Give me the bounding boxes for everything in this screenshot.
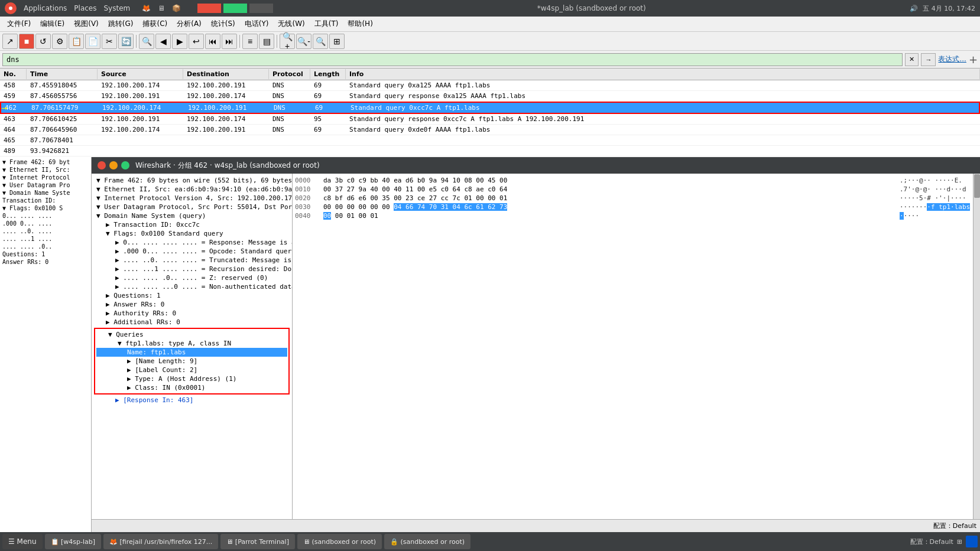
col-header-info[interactable]: Info (346, 69, 980, 79)
menu-item-帮助(H)[interactable]: 帮助(H) (343, 18, 377, 30)
detail-scrollbar[interactable] (973, 174, 980, 519)
taskbar-item[interactable]: 📋 [w4sp-lab] (45, 534, 102, 549)
filter-expr-label[interactable]: 表达式... (938, 54, 966, 64)
detail-tree-item[interactable]: Name: ftp1.labs (96, 348, 287, 357)
taskbar-blue-btn[interactable] (966, 536, 978, 547)
applications-menu[interactable]: Applications (24, 4, 67, 12)
detail-tree-item[interactable]: ▼ Internet Protocol Version 4, Src: 192.… (94, 194, 290, 203)
detail-tree-item[interactable]: ▶ .... .... ...0 .... = Non-authenticate… (94, 282, 290, 291)
detail-tree[interactable]: ▼ Frame 462: 69 bytes on wire (552 bits)… (92, 174, 293, 519)
toolbar-btn-zoom100[interactable]: 🔍 (313, 34, 328, 49)
menu-item-分析(A)[interactable]: 分析(A) (172, 18, 206, 30)
toolbar-btn-copy[interactable]: 📋 (69, 34, 84, 49)
detail-tree-item[interactable]: ▶ Authority RRs: 0 (94, 309, 290, 318)
detail-tree-item[interactable]: ▼ ftp1.labs: type A, class IN (96, 339, 287, 348)
toolbar-btn-list[interactable]: ≡ (242, 34, 258, 49)
detail-tree-item[interactable]: ▶ 0... .... .... .... = Response: Messag… (94, 238, 290, 247)
tree-item[interactable]: .... ...1 .... (1, 235, 90, 243)
popup-close-btn[interactable] (98, 161, 106, 169)
table-row[interactable]: 45987.456055756192.100.200.191192.100.20… (0, 91, 980, 102)
firefox-icon[interactable]: 🦊 (142, 4, 151, 12)
places-menu[interactable]: Places (74, 4, 96, 12)
menu-item-编辑(E)[interactable]: 编辑(E) (35, 18, 69, 30)
detail-tree-item[interactable]: ▼ Queries (96, 330, 287, 339)
filter-add-icon[interactable]: + (969, 53, 978, 66)
toolbar-btn-resize[interactable]: ⊞ (329, 34, 345, 49)
menu-item-无线(W)[interactable]: 无线(W) (273, 18, 309, 30)
toolbar-btn-next[interactable]: ▶ (172, 34, 187, 49)
tree-item[interactable]: 0... .... .... (1, 212, 90, 220)
filter-clear-btn[interactable]: ✕ (905, 53, 919, 66)
menu-item-工具(T)[interactable]: 工具(T) (310, 18, 343, 30)
detail-tree-item[interactable]: ▶ [Name Length: 9] (96, 357, 287, 366)
toolbar-btn-last[interactable]: ⏭ (222, 34, 237, 49)
detail-tree-item[interactable]: ▼ Flags: 0x0100 Standard query (94, 229, 290, 238)
detail-tree-item[interactable]: ▶ .000 0... .... .... = Opcode: Standard… (94, 247, 290, 256)
table-row[interactable]: 45887.455918045192.100.200.174192.100.20… (0, 80, 980, 91)
tree-item[interactable]: Flags: 0x0100 S (1, 204, 90, 212)
table-row[interactable]: 48993.9426821 (0, 146, 980, 157)
table-row[interactable]: 46487.706645960192.100.200.174192.100.20… (0, 125, 980, 135)
taskbar-grid-icon[interactable]: ⊞ (957, 538, 962, 546)
col-header-destination[interactable]: Destination (183, 69, 269, 79)
tree-item[interactable]: .000 0... .... (1, 220, 90, 227)
app-extra-icon[interactable]: 📦 (172, 4, 181, 12)
taskbar-item[interactable]: 🖥 (sandboxed or root) (297, 534, 382, 549)
detail-tree-item[interactable]: ▶ Answer RRs: 0 (94, 300, 290, 309)
detail-tree-item[interactable]: ▶ Questions: 1 (94, 291, 290, 300)
system-menu[interactable]: System (103, 4, 130, 12)
toolbar-btn-find[interactable]: ✂ (102, 34, 117, 49)
toolbar-btn-zoomout[interactable]: 🔍- (296, 34, 311, 49)
detail-tree-item[interactable]: ▶ .... ..0. .... .... = Truncated: Messa… (94, 256, 290, 265)
filter-apply-btn[interactable]: → (921, 53, 936, 66)
table-row[interactable]: 46587.70678401 (0, 135, 980, 146)
taskbar-item[interactable]: 🖥 [Parrot Terminal] (220, 534, 295, 549)
detail-tree-item[interactable]: ▶ [Label Count: 2] (96, 366, 287, 374)
toolbar-btn-refresh[interactable]: 🔄 (118, 34, 134, 49)
toolbar-btn-paste[interactable]: 📄 (85, 34, 100, 49)
tree-item[interactable]: .... ..0. .... (1, 227, 90, 235)
menu-item-文件(F)[interactable]: 文件(F) (2, 18, 35, 30)
toolbar-btn-stop[interactable]: ■ (19, 34, 34, 49)
menu-item-跳转(G)[interactable]: 跳转(G) (103, 18, 138, 30)
tree-item[interactable]: Questions: 1 (1, 250, 90, 258)
detail-tree-item[interactable]: ▶ Type: A (Host Address) (1) (96, 374, 287, 383)
tree-item[interactable]: Answer RRs: 0 (1, 258, 90, 266)
table-row[interactable]: 46287.706157479192.100.200.174192.100.20… (0, 102, 980, 114)
detail-tree-item[interactable]: ▶ Transaction ID: 0xcc7c (94, 220, 290, 229)
detail-tree-item[interactable]: ▼ User Datagram Protocol, Src Port: 5501… (94, 203, 290, 211)
detail-tree-item[interactable]: ▶ Additional RRs: 0 (94, 318, 290, 327)
taskbar-menu-btn[interactable]: ☰ Menu (2, 534, 43, 549)
toolbar-btn-fwd[interactable]: ◀ (155, 34, 171, 49)
toolbar-btn-back[interactable]: 🔍 (139, 34, 154, 49)
detail-tree-item[interactable]: ▶ Class: IN (0x0001) (96, 383, 287, 392)
taskbar-item[interactable]: 🔒 (sandboxed or root) (384, 534, 470, 549)
col-header-no[interactable]: No. (0, 69, 27, 79)
detail-tree-item[interactable]: ▼ Frame 462: 69 bytes on wire (552 bits)… (94, 176, 290, 185)
menu-item-捕获(C)[interactable]: 捕获(C) (138, 18, 172, 30)
detail-tree-item[interactable]: ▶ .... .... .0.. .... = Z: reserved (0) (94, 273, 290, 282)
popup-min-btn[interactable] (109, 161, 118, 169)
toolbar-btn-restart[interactable]: ↺ (35, 34, 51, 49)
popup-max-btn[interactable] (121, 161, 129, 169)
menu-item-统计(S)[interactable]: 统计(S) (206, 18, 240, 30)
detail-tree-item[interactable]: ▶ [Response In: 463] (94, 396, 290, 405)
tree-item[interactable]: Internet Protocol (1, 174, 90, 181)
toolbar-btn-cols[interactable]: ▤ (259, 34, 274, 49)
scrollbar-thumb[interactable] (974, 174, 980, 198)
detail-tree-item[interactable]: ▼ Domain Name System (query) (94, 211, 290, 220)
detail-tree-item[interactable]: ▼ Ethernet II, Src: ea:d6:b0:9a:94:10 (e… (94, 185, 290, 194)
toolbar-btn-arrow[interactable]: ↗ (2, 34, 18, 49)
menu-item-电话(Y)[interactable]: 电话(Y) (240, 18, 274, 30)
menu-item-视图(V)[interactable]: 视图(V) (69, 18, 103, 30)
filter-input[interactable] (2, 53, 903, 66)
toolbar-btn-options[interactable]: ⚙ (52, 34, 67, 49)
tree-item[interactable]: .... .... .0.. (1, 243, 90, 250)
col-header-length[interactable]: Length (310, 69, 346, 79)
table-row[interactable]: 46387.706610425192.100.200.191192.100.20… (0, 114, 980, 125)
taskbar-item[interactable]: 🦊 [firejail /usr/bin/firefox 127... (103, 534, 218, 549)
terminal-icon[interactable]: 🖥 (158, 4, 165, 12)
tree-item[interactable]: Domain Name Syste (1, 189, 90, 197)
col-header-time[interactable]: Time (27, 69, 98, 79)
detail-tree-item[interactable]: ▶ .... ...1 .... .... = Recursion desire… (94, 265, 290, 273)
